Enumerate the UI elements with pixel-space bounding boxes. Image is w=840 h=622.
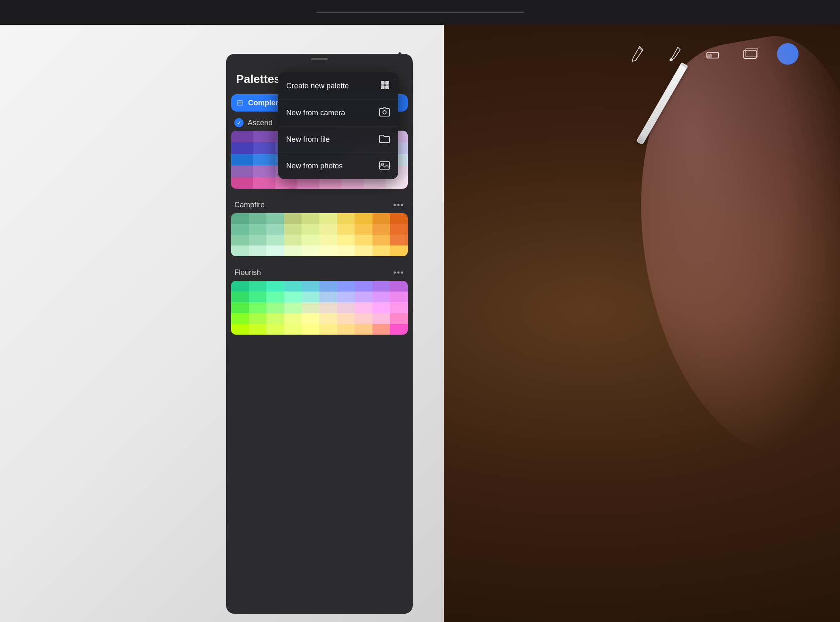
swatch: [373, 324, 390, 335]
swatch: [249, 213, 267, 224]
flourish-name: Flourish: [234, 268, 261, 277]
swatch: [231, 324, 249, 335]
swatch: [302, 245, 319, 256]
swatch: [355, 213, 373, 224]
pen-tool-button[interactable]: [628, 44, 648, 64]
swatch: [373, 281, 390, 292]
grid-icon: [380, 80, 390, 92]
swatch: [337, 324, 355, 335]
swatch: [355, 281, 373, 292]
svg-rect-2: [707, 54, 712, 58]
swatch: [231, 131, 253, 142]
swatch: [337, 235, 355, 245]
brush-tool-button[interactable]: [665, 44, 686, 64]
swatch: [249, 235, 267, 245]
swatch: [319, 292, 337, 302]
swatch: [302, 235, 319, 245]
swatch: [319, 302, 337, 313]
swatch: [319, 245, 337, 256]
swatch: [337, 213, 355, 224]
create-new-palette-option[interactable]: Create new palette: [278, 73, 398, 100]
new-from-camera-option[interactable]: New from camera: [278, 100, 398, 126]
swatch: [266, 224, 284, 235]
swatch: [249, 324, 267, 335]
swatch: [319, 224, 337, 235]
swatch: [319, 281, 337, 292]
swatch: [373, 213, 390, 224]
svg-rect-9: [385, 85, 389, 89]
new-from-photos-option[interactable]: New from photos: [278, 153, 398, 179]
swatch: [266, 302, 284, 313]
swatch: [302, 281, 319, 292]
swatch: [266, 281, 284, 292]
swatch: [284, 324, 302, 335]
flourish-more-button[interactable]: •••: [393, 268, 404, 277]
swatch: [284, 245, 302, 256]
layers-tool-button[interactable]: [740, 44, 760, 64]
swatch: [249, 292, 267, 302]
top-bar-line: [317, 12, 524, 13]
campfire-name: Campfire: [234, 201, 265, 209]
swatch: [355, 245, 373, 256]
color-picker-button[interactable]: [777, 43, 799, 65]
new-from-file-option[interactable]: New from file: [278, 126, 398, 153]
swatch: [390, 224, 408, 235]
swatch: [302, 213, 319, 224]
swatch: [390, 324, 408, 335]
swatch: [249, 302, 267, 313]
folder-file-icon: [379, 134, 390, 145]
photos-icon: [379, 160, 390, 172]
swatch: [355, 313, 373, 324]
flourish-header: Flourish •••: [231, 265, 408, 281]
file-label: New from file: [286, 135, 330, 144]
swatch: [284, 313, 302, 324]
swatch: [231, 281, 249, 292]
swatch: [266, 213, 284, 224]
swatch: [390, 292, 408, 302]
swatch: [355, 292, 373, 302]
swatch: [390, 213, 408, 224]
swatch: [337, 292, 355, 302]
swatch: [284, 224, 302, 235]
svg-point-0: [670, 58, 673, 61]
swatch: [231, 313, 249, 324]
device-top-bar: [0, 0, 840, 25]
swatch: [284, 213, 302, 224]
swatch: [302, 302, 319, 313]
swatch: [373, 313, 390, 324]
flourish-label: Flourish: [234, 268, 261, 277]
swatch: [319, 235, 337, 245]
swatch: [231, 165, 253, 177]
flourish-swatches: [231, 281, 408, 335]
eraser-tool-button[interactable]: [702, 44, 723, 64]
swatch: [390, 235, 408, 245]
swatch: [337, 313, 355, 324]
swatch: [373, 292, 390, 302]
swatch: [355, 235, 373, 245]
swatch: [302, 324, 319, 335]
swatch: [249, 313, 267, 324]
swatch: [355, 224, 373, 235]
swatch: [319, 324, 337, 335]
swatch: [249, 281, 267, 292]
svg-rect-6: [381, 81, 385, 85]
palette-item-flourish: Flourish •••: [231, 265, 408, 335]
campfire-label: Campfire: [234, 201, 265, 209]
svg-point-10: [383, 111, 386, 114]
swatch: [266, 324, 284, 335]
folder-icon: ⊟: [237, 98, 243, 107]
swatch: [231, 224, 249, 235]
swatch: [373, 302, 390, 313]
swatch: [231, 235, 249, 245]
swatch: [302, 292, 319, 302]
swatch: [284, 281, 302, 292]
swatch: [373, 245, 390, 256]
swatch: [319, 213, 337, 224]
swatch: [390, 281, 408, 292]
swatch: [390, 302, 408, 313]
swatch: [373, 235, 390, 245]
campfire-more-button[interactable]: •••: [393, 200, 404, 210]
campfire-header: Campfire •••: [231, 197, 408, 213]
swatch: [231, 177, 253, 189]
camera-icon: [379, 107, 390, 119]
